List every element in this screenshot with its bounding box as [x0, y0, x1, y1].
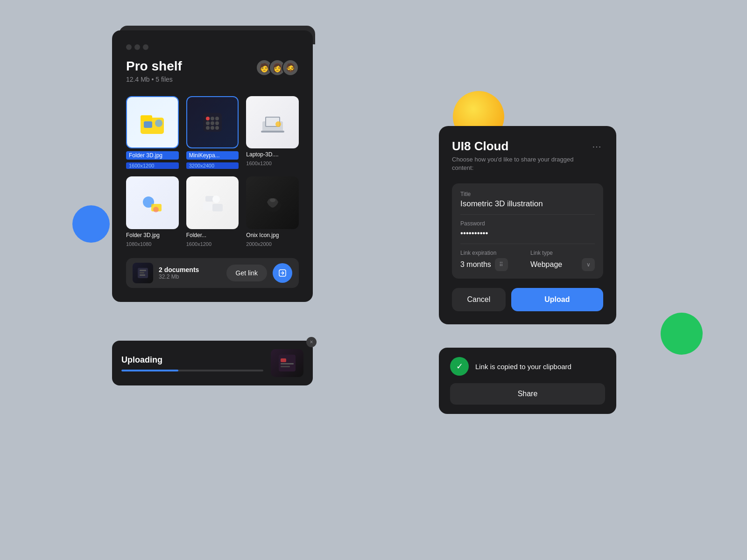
cloud-title: UI8 Cloud: [452, 139, 590, 154]
svg-rect-30: [140, 272, 144, 273]
form-section: Title Isometric 3D illustration Password…: [452, 183, 603, 279]
file-thumb-4: [126, 176, 179, 229]
expiry-value: 3 months: [460, 260, 491, 269]
orb-green: [661, 313, 703, 355]
bottom-info: 2 documents 32.2 Mb: [159, 266, 221, 280]
svg-point-17: [275, 121, 281, 127]
bottom-bar: 2 documents 32.2 Mb Get link: [126, 258, 299, 288]
cloud-subtitle: Choose how you'd like to share your drag…: [452, 155, 590, 172]
svg-rect-31: [140, 274, 145, 276]
form-divider-1: [460, 214, 595, 215]
file-grid: Folder 3D.jpg 747x560 MiniKe: [126, 96, 299, 247]
avatar-3: 🧔: [282, 59, 299, 76]
link-type-chevron-button[interactable]: ∨: [582, 258, 595, 271]
cloud-panel-header: UI8 Cloud Choose how you'd like to share…: [452, 139, 603, 172]
link-type-label: Link type: [530, 250, 595, 256]
expiry-control: 3 months ⠿: [460, 258, 525, 271]
share-button[interactable]: Share: [450, 383, 605, 405]
svg-rect-1: [141, 115, 152, 121]
clipboard-panel: ✓ Link is copied to your clipboard Share: [439, 348, 616, 414]
panel-title: Pro shelf: [126, 59, 182, 74]
progress-fill: [121, 370, 178, 371]
svg-point-10: [215, 121, 219, 125]
cancel-button[interactable]: Cancel: [452, 288, 506, 311]
upload-content: Uploading: [121, 355, 263, 371]
file-name-2: MiniKeypa...: [186, 151, 239, 160]
upload-button[interactable]: Upload: [511, 288, 603, 311]
svg-rect-2: [144, 121, 152, 128]
right-panel: UI8 Cloud Choose how you'd like to share…: [439, 126, 616, 324]
avatar-group: 🧑 👩 🧔: [256, 59, 299, 76]
svg-rect-29: [140, 270, 146, 271]
file-dims-4: 1080x1080: [126, 241, 179, 247]
file-name-4: Folder 3D.jpg: [126, 232, 179, 238]
file-thumb-2: [186, 96, 239, 149]
svg-rect-23: [203, 202, 212, 210]
link-row: Link expiration 3 months ⠿ Link type Web…: [460, 250, 595, 271]
title-field: Title Isometric 3D illustration: [460, 191, 595, 209]
svg-point-8: [206, 121, 210, 125]
check-icon: ✓: [450, 357, 469, 376]
clipboard-row: ✓ Link is copied to your clipboard: [450, 357, 605, 376]
link-type-field: Link type Webpage ∨: [530, 250, 595, 271]
file-dims-2: 3200x2400: [186, 162, 239, 169]
svg-rect-35: [281, 363, 294, 364]
password-value[interactable]: ••••••••••: [460, 229, 595, 238]
file-item-4[interactable]: Folder 3D.jpg 1080x1080: [126, 176, 179, 247]
file-item-1[interactable]: Folder 3D.jpg 747x560: [126, 96, 179, 169]
get-link-button[interactable]: Get link: [226, 265, 267, 281]
title-label: Title: [460, 191, 595, 197]
cloud-title-group: UI8 Cloud Choose how you'd like to share…: [452, 139, 590, 172]
bottom-doc-count: 2 documents: [159, 266, 221, 273]
expiry-dots-button[interactable]: ⠿: [495, 258, 508, 271]
file-dims-3: 747x560: [246, 161, 299, 166]
file-name-3: Laptop-3D....: [246, 151, 299, 158]
svg-rect-18: [261, 131, 284, 133]
file-name-6: Onix Icon.jpg: [246, 232, 299, 238]
file-thumb-6: [246, 176, 299, 229]
file-dims-5: 747x560: [186, 241, 239, 247]
dot-maximize: [143, 44, 148, 50]
svg-point-27: [270, 198, 275, 202]
upload-close-button[interactable]: ×: [306, 337, 317, 347]
orb-blue: [72, 205, 110, 243]
svg-point-21: [153, 207, 159, 212]
svg-point-3: [155, 119, 162, 127]
file-thumb-1: [126, 96, 179, 149]
upload-preview: [271, 349, 303, 377]
svg-point-6: [211, 117, 214, 120]
panel-header: Pro shelf 12.4 Mb • 5 files 🧑 👩 🧔: [126, 59, 299, 83]
panel-title-group: Pro shelf 12.4 Mb • 5 files: [126, 59, 182, 83]
svg-rect-36: [281, 366, 290, 367]
file-thumb-5: [186, 176, 239, 229]
file-item-2[interactable]: MiniKeypa... 3200x2400: [186, 96, 239, 169]
title-value[interactable]: Isometric 3D illustration: [460, 199, 595, 209]
link-expiration-label: Link expiration: [460, 250, 525, 256]
panel-subtitle: 12.4 Mb • 5 files: [126, 76, 182, 83]
file-item-6[interactable]: Onix Icon.jpg 2000x2000: [246, 176, 299, 247]
form-divider-2: [460, 244, 595, 244]
file-dims-6: 2000x2000: [246, 241, 299, 247]
svg-point-12: [211, 126, 214, 130]
clipboard-message: Link is copied to your clipboard: [475, 363, 571, 371]
svg-rect-25: [212, 204, 223, 211]
file-name-5: Folder...: [186, 232, 239, 238]
svg-point-7: [215, 117, 219, 120]
file-item-3[interactable]: Laptop-3D.... 747x560: [246, 96, 299, 169]
svg-point-9: [211, 121, 214, 125]
svg-point-5: [206, 117, 210, 120]
file-item-5[interactable]: Folder... 747x560: [186, 176, 239, 247]
link-type-value: Webpage: [530, 260, 579, 269]
left-panel: Pro shelf 12.4 Mb • 5 files 🧑 👩 🧔 Folder…: [112, 30, 313, 302]
more-options-button[interactable]: ⋯: [590, 139, 603, 154]
dot-minimize: [134, 44, 140, 50]
svg-point-11: [206, 126, 210, 130]
svg-point-13: [215, 126, 219, 130]
dot-close: [126, 44, 132, 50]
window-controls: [126, 44, 299, 50]
share-icon-button[interactable]: [273, 263, 292, 283]
password-label: Password: [460, 220, 595, 227]
action-row: Cancel Upload: [452, 288, 603, 311]
upload-title: Uploading: [121, 355, 263, 365]
link-type-control: Webpage ∨: [530, 258, 595, 271]
